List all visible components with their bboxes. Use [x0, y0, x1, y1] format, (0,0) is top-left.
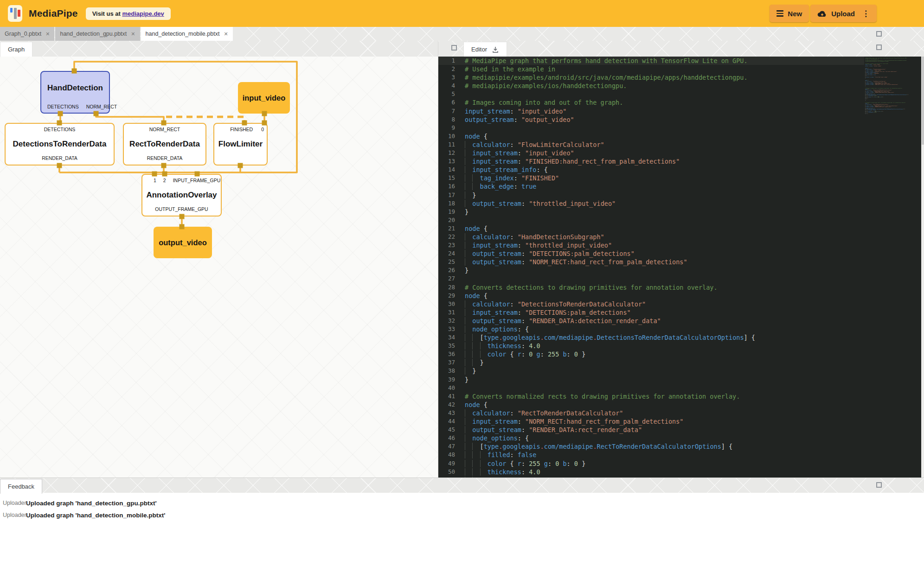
graph-canvas[interactable]: HandDetection DETECTIONS NORM_RECT input…	[0, 57, 438, 478]
line-number: 3	[438, 73, 455, 82]
code-text: back_edge: true	[465, 182, 536, 191]
tab-graph-view[interactable]: Graph	[0, 42, 32, 57]
close-icon[interactable]: ✕	[224, 31, 228, 37]
tab-hand-detection-mobile-pbtxt[interactable]: hand_detection_mobile.pbtxt ✕	[141, 27, 233, 41]
code-text: node {	[465, 224, 488, 233]
node-title: RectToRenderData	[124, 133, 205, 155]
node-input-ports: NORM_RECT	[124, 127, 205, 133]
feedback-strip: Feedback	[0, 478, 924, 493]
scrollbar-thumb[interactable]	[922, 57, 924, 145]
port-label-render-data: RENDER_DATA	[147, 155, 183, 161]
app-header: MediaPipe Visit us at mediapipe.dev New …	[0, 0, 924, 27]
line-number: 26	[438, 266, 455, 274]
line-number: 14	[438, 166, 455, 174]
feedback-message: Uploaded graph 'hand_detection_mobile.pb…	[26, 512, 165, 519]
code-line: 23 input_stream: "throttled_input_video"	[438, 241, 864, 249]
code-text: }	[465, 358, 484, 367]
feedback-message: Uploaded graph 'hand_detection_gpu.pbtxt…	[26, 500, 157, 507]
mediapipe-dev-link[interactable]: mediapipe.dev	[122, 10, 164, 17]
node-annotation-overlay[interactable]: 1 2 INPUT_FRAME_GPU AnnotationOverlay OU…	[141, 174, 222, 216]
line-number: 1	[438, 57, 455, 65]
expand-editor-icon[interactable]	[876, 45, 882, 50]
code-line: 8output_stream: "output_video"	[438, 115, 864, 124]
code-text: input_stream: "throttled_input_video"	[465, 241, 612, 249]
node-detections-to-render-data[interactable]: DETECTIONS DetectionsToRenderData RENDER…	[5, 123, 115, 166]
code-text: # Converts detections to drawing primiti…	[465, 283, 718, 292]
tab-label: hand_detection_gpu.pbtxt	[60, 31, 127, 37]
code-line: 4# mediapipie/examples/ios/handdetection…	[438, 82, 864, 90]
code-text: calculator: "HandDetectionSubgraph"	[465, 233, 604, 241]
editor-panel: Editor 1# MediaPipe graph that performs …	[438, 41, 924, 478]
node-title: input_video	[243, 94, 286, 102]
code-text: input_stream: "DETECTIONS:palm_detection…	[465, 308, 631, 317]
code-line: 40	[438, 384, 864, 392]
code-line: 1# MediaPipe graph that performs hand de…	[438, 57, 864, 65]
edge-norm-rect	[96, 114, 164, 123]
code-line: 47 [type.googleapis.com/mediapipe.RectTo…	[438, 442, 864, 451]
feedback-source: Uploader	[3, 500, 26, 506]
tab-hand-detection-gpu-pbtxt[interactable]: hand_detection_gpu.pbtxt ✕	[55, 27, 140, 41]
code-text: # Images coming into and out of the grap…	[465, 98, 623, 107]
close-icon[interactable]: ✕	[45, 31, 50, 37]
code-text: }	[465, 376, 468, 384]
code-line: 34 [type.googleapis.com/mediapipe.Detect…	[438, 333, 864, 342]
code-text: [type.googleapis.com/mediapipe.RectToRen…	[465, 442, 732, 451]
tab-graph-0-pbtxt[interactable]: Graph_0.pbtxt ✕	[0, 27, 54, 41]
code-text: node {	[465, 132, 488, 140]
expand-graph-icon[interactable]	[451, 45, 457, 51]
code-text: thickness: 4.0	[465, 468, 540, 476]
header-buttons: New Upload ⋮	[770, 5, 877, 22]
new-button[interactable]: New	[770, 5, 809, 22]
tab-label: Graph_0.pbtxt	[5, 31, 41, 37]
code-text: # mediapipie/examples/ios/handdetectiong…	[465, 82, 627, 90]
code-text: # Used in the example in	[465, 65, 555, 73]
line-number: 11	[438, 140, 455, 149]
node-input-video[interactable]: input_video	[238, 82, 290, 114]
feedback-rows: Uploader Uploaded graph 'hand_detection_…	[0, 493, 924, 521]
code-line: 13 input_stream: "FINISHED:hand_rect_fro…	[438, 157, 864, 166]
line-number: 27	[438, 274, 455, 283]
code-text: input_stream_info: {	[465, 166, 548, 174]
node-title: output_video	[159, 238, 207, 247]
line-number: 10	[438, 132, 455, 140]
upload-button-label: Upload	[831, 10, 855, 18]
editor-scrollbar[interactable]	[921, 57, 924, 478]
node-rect-to-render-data[interactable]: NORM_RECT RectToRenderData RENDER_DATA	[123, 123, 206, 166]
code-line: 12 input_stream: "input_video"	[438, 149, 864, 157]
code-line: 16 back_edge: true	[438, 182, 864, 191]
code-text: calculator: "FlowLimiterCalculator"	[465, 140, 604, 149]
tab-feedback[interactable]: Feedback	[0, 479, 42, 494]
expand-feedback-icon[interactable]	[876, 482, 882, 488]
node-flow-limiter[interactable]: FINISHED 0 FlowLimiter	[213, 123, 268, 166]
code-text: node {	[465, 292, 488, 300]
line-number: 7	[438, 107, 455, 115]
graph-tab-label: Graph	[8, 46, 25, 53]
line-number: 18	[438, 199, 455, 208]
line-number: 48	[438, 451, 455, 459]
node-output-ports: OUTPUT_FRAME_GPU	[142, 206, 221, 212]
line-number: 12	[438, 149, 455, 157]
code-line: 27	[438, 274, 864, 283]
code-line: 3# mediapipie/examples/android/src/java/…	[438, 73, 864, 82]
node-output-ports: RENDER_DATA	[6, 155, 114, 161]
code-text: }	[465, 266, 468, 274]
port-label-0: 0	[261, 127, 264, 133]
kebab-menu-icon[interactable]: ⋮	[862, 9, 870, 19]
node-hand-detection[interactable]: HandDetection DETECTIONS NORM_RECT	[40, 71, 110, 114]
code-line: 7input_stream: "input_video"	[438, 107, 864, 115]
line-number: 23	[438, 241, 455, 249]
code-text: }	[465, 191, 476, 199]
code-text: calculator: "DetectionsToRenderDataCalcu…	[465, 300, 646, 308]
code-editor[interactable]: 1# MediaPipe graph that performs hand de…	[438, 57, 924, 478]
expand-window-icon[interactable]	[876, 31, 882, 37]
close-icon[interactable]: ✕	[131, 31, 135, 37]
code-line: 49 color { r: 255 g: 0 b: 0 }	[438, 459, 864, 468]
code-lines: 1# MediaPipe graph that performs hand de…	[438, 57, 864, 478]
download-icon[interactable]	[492, 46, 499, 53]
minimap[interactable]: # MediaPipe graph that performs hand det…	[865, 57, 917, 114]
upload-button[interactable]: Upload ⋮	[810, 5, 877, 22]
line-number: 6	[438, 98, 455, 107]
tab-editor[interactable]: Editor	[463, 42, 507, 57]
node-output-video[interactable]: output_video	[154, 227, 212, 258]
feedback-row: Uploader Uploaded graph 'hand_detection_…	[3, 497, 924, 509]
